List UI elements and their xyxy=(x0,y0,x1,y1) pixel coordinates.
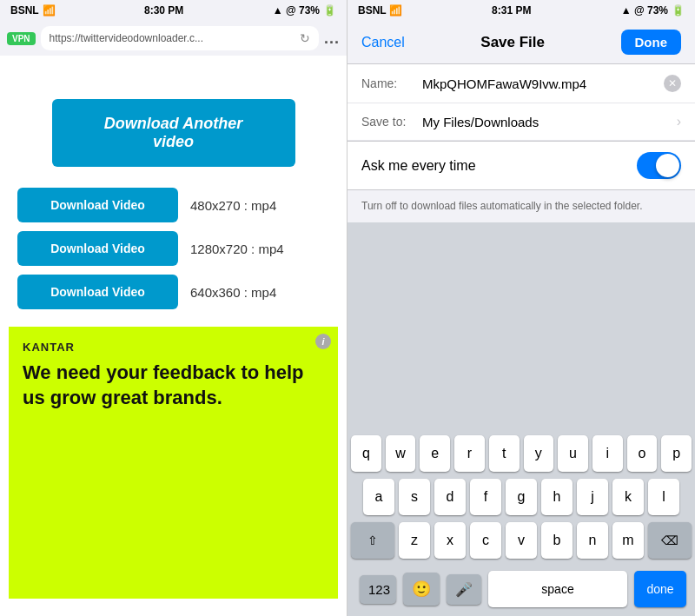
key-h[interactable]: h xyxy=(541,479,573,515)
key-k[interactable]: k xyxy=(612,479,644,515)
done-button[interactable]: Done xyxy=(621,30,682,55)
download-video-button-1[interactable]: Download Video xyxy=(17,188,178,222)
save-to-label: Save to: xyxy=(361,115,422,129)
video-row-3: Download Video 640x360 : mp4 xyxy=(9,275,338,309)
hint-text: Turn off to download files automatically… xyxy=(348,190,695,222)
signal-right: ▲ @ 73% xyxy=(621,4,668,17)
name-label: Name: xyxy=(361,76,422,90)
save-to-value: My Files/Downloads xyxy=(422,115,677,129)
save-file-header: Cancel Save File Done xyxy=(348,21,695,64)
download-video-button-3[interactable]: Download Video xyxy=(17,275,178,309)
ad-info-icon[interactable]: i xyxy=(315,334,331,349)
left-carrier-info: BSNL 📶 xyxy=(10,4,56,17)
video-options-list: Download Video 480x270 : mp4 Download Vi… xyxy=(9,188,338,309)
ad-text: We need your feedback to help us grow gr… xyxy=(23,361,324,410)
toggle-label: Ask me every time xyxy=(361,158,637,174)
left-browser-panel: BSNL 📶 8:30 PM ▲ @ 73% 🔋 VPN https://twi… xyxy=(0,0,348,616)
key-u[interactable]: u xyxy=(558,435,588,472)
ask-every-time-toggle[interactable] xyxy=(637,152,681,179)
video-quality-3: 640x360 : mp4 xyxy=(190,285,276,300)
key-d[interactable]: d xyxy=(434,479,466,515)
emoji-key[interactable]: 🙂 xyxy=(403,573,440,606)
signal-left: ▲ @ 73% xyxy=(273,4,320,17)
save-to-row[interactable]: Save to: My Files/Downloads › xyxy=(348,103,695,141)
ad-brand: KANTAR xyxy=(23,341,324,354)
download-another-button[interactable]: Download Another video xyxy=(52,99,295,167)
keyboard-area: q w e r t y u i o p a s d f g h j k xyxy=(348,222,695,616)
name-value[interactable]: MkpQHOMFawaW9Ivw.mp4 xyxy=(422,76,664,91)
key-r[interactable]: r xyxy=(454,435,485,472)
url-text: https://twittervideodownloader.c... xyxy=(50,32,203,44)
carrier-left: BSNL xyxy=(10,4,39,17)
keyboard-row-3: ⇧ z x c v b n m ⌫ xyxy=(351,522,692,559)
keyboard: q w e r t y u i o p a s d f g h j k xyxy=(348,428,695,616)
key-t[interactable]: t xyxy=(489,435,520,472)
key-a[interactable]: a xyxy=(363,479,394,515)
key-y[interactable]: y xyxy=(524,435,554,472)
key-z[interactable]: z xyxy=(399,522,430,559)
keyboard-done-key[interactable]: done xyxy=(634,571,686,607)
download-video-button-2[interactable]: Download Video xyxy=(17,231,178,266)
key-v[interactable]: v xyxy=(506,522,537,559)
battery-left: 🔋 xyxy=(323,4,336,17)
key-e[interactable]: e xyxy=(420,435,450,472)
keyboard-row-2: a s d f g h j k l xyxy=(351,479,692,515)
key-l[interactable]: l xyxy=(648,479,679,515)
backspace-key[interactable]: ⌫ xyxy=(648,522,692,559)
key-c[interactable]: c xyxy=(470,522,501,559)
key-n[interactable]: n xyxy=(577,522,608,559)
web-page: Download Another video Download Video 48… xyxy=(0,56,347,616)
numbers-key[interactable]: 123 xyxy=(360,575,396,604)
key-s[interactable]: s xyxy=(399,479,430,515)
shift-key[interactable]: ⇧ xyxy=(351,522,394,559)
key-x[interactable]: x xyxy=(434,522,466,559)
carrier-right: BSNL xyxy=(358,4,386,17)
vpn-badge: VPN xyxy=(7,32,36,45)
battery-right: 🔋 xyxy=(672,4,685,17)
ask-every-time-row: Ask me every time xyxy=(348,142,695,190)
url-bar[interactable]: https://twittervideodownloader.c... ↻ xyxy=(41,26,319,50)
keyboard-row-1: q w e r t y u i o p xyxy=(351,435,692,472)
status-bar-left: BSNL 📶 8:30 PM ▲ @ 73% 🔋 xyxy=(0,0,347,21)
key-i[interactable]: i xyxy=(592,435,623,472)
reload-icon[interactable]: ↻ xyxy=(300,31,310,45)
microphone-key[interactable]: 🎤 xyxy=(447,574,481,605)
video-quality-2: 1280x720 : mp4 xyxy=(190,242,284,256)
key-m[interactable]: m xyxy=(612,522,644,559)
key-f[interactable]: f xyxy=(470,479,501,515)
right-save-file-panel: BSNL 📶 8:31 PM ▲ @ 73% 🔋 Cancel Save Fil… xyxy=(348,0,695,616)
clear-name-button[interactable]: ✕ xyxy=(664,75,681,92)
right-status-left: ▲ @ 73% 🔋 xyxy=(273,4,336,17)
key-g[interactable]: g xyxy=(506,479,537,515)
save-file-title: Save File xyxy=(480,34,545,51)
key-j[interactable]: j xyxy=(577,479,608,515)
chevron-right-icon: › xyxy=(677,114,681,129)
save-file-body: Name: MkpQHOMFawaW9Ivw.mp4 ✕ Save to: My… xyxy=(348,64,695,142)
wifi-icon-left: 📶 xyxy=(43,4,56,17)
key-q[interactable]: q xyxy=(351,435,381,472)
more-options-button[interactable]: ... xyxy=(324,30,340,48)
space-key[interactable]: space xyxy=(488,571,627,607)
name-row: Name: MkpQHOMFawaW9Ivw.mp4 ✕ xyxy=(348,64,695,103)
video-row-1: Download Video 480x270 : mp4 xyxy=(9,188,338,222)
time-right: 8:31 PM xyxy=(492,4,531,17)
ad-banner: i KANTAR We need your feedback to help u… xyxy=(9,327,338,599)
video-quality-1: 480x270 : mp4 xyxy=(190,198,276,213)
key-b[interactable]: b xyxy=(541,522,573,559)
cancel-button[interactable]: Cancel xyxy=(361,35,405,50)
keyboard-bottom-bar: 123 🙂 🎤 space done xyxy=(351,566,692,613)
browser-bar: VPN https://twittervideodownloader.c... … xyxy=(0,21,347,56)
key-p[interactable]: p xyxy=(661,435,692,472)
key-o[interactable]: o xyxy=(627,435,658,472)
browser-content: Download Another video Download Video 48… xyxy=(0,56,347,616)
wifi-icon-right: 📶 xyxy=(389,4,402,17)
status-bar-right: BSNL 📶 8:31 PM ▲ @ 73% 🔋 xyxy=(348,0,695,21)
key-w[interactable]: w xyxy=(386,435,416,472)
left-carrier-info-right: BSNL 📶 xyxy=(358,4,402,17)
video-row-2: Download Video 1280x720 : mp4 xyxy=(9,231,338,266)
time-left: 8:30 PM xyxy=(144,4,183,17)
right-status-right: ▲ @ 73% 🔋 xyxy=(621,4,685,17)
